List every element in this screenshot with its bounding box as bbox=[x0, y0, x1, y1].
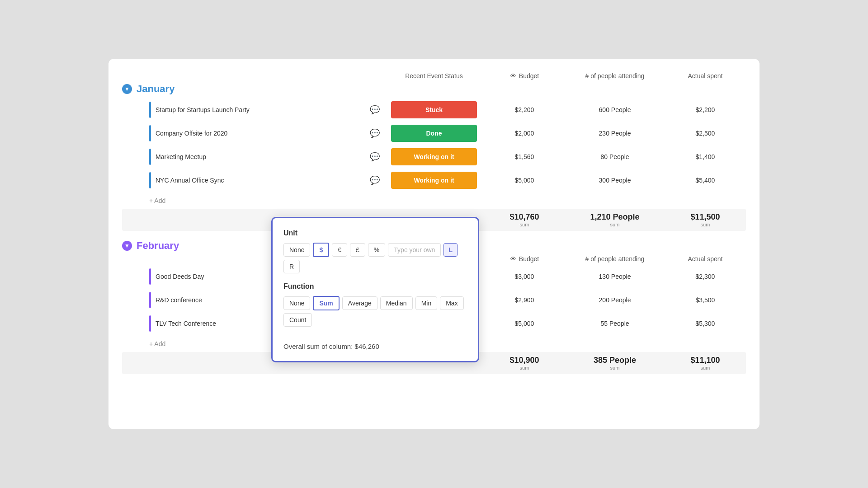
event-name-cell: Startup for Startups Launch Party 💬 bbox=[122, 102, 384, 118]
color-bar bbox=[149, 125, 151, 141]
unit-percent-btn[interactable]: % bbox=[368, 243, 385, 257]
status-badge: Stuck bbox=[391, 101, 477, 118]
people-cell: 130 People bbox=[565, 273, 665, 280]
event-name: Marketing Meetup bbox=[156, 153, 206, 160]
overall-sum-row: Overall sum of column: $46,260 bbox=[283, 336, 467, 350]
february-spent-summary: $11,100 sum bbox=[665, 356, 746, 371]
column-headers: Recent Event Status 👁 Budget # of people… bbox=[122, 72, 746, 80]
func-median-btn[interactable]: Median bbox=[380, 296, 413, 310]
january-title-row: ▼ January bbox=[122, 83, 746, 95]
col-header-status: Recent Event Status bbox=[384, 72, 484, 80]
january-chevron[interactable]: ▼ bbox=[122, 84, 132, 94]
event-name-cell: Marketing Meetup 💬 bbox=[122, 149, 384, 165]
people-cell: 300 People bbox=[565, 177, 665, 184]
january-spent-summary: $11,500 sum bbox=[665, 212, 746, 227]
function-options-row: None Sum Average Median Min Max Count bbox=[283, 296, 467, 327]
unit-euro-btn[interactable]: € bbox=[332, 243, 347, 257]
spent-cell: $5,300 bbox=[665, 320, 746, 327]
people-cell: 230 People bbox=[565, 130, 665, 137]
unit-options-row: None $ € £ % Type your own L R bbox=[283, 243, 467, 273]
budget-cell: $5,000 bbox=[484, 320, 565, 327]
people-cell: 80 People bbox=[565, 153, 665, 160]
spent-cell: $5,400 bbox=[665, 177, 746, 184]
function-title: Function bbox=[283, 282, 467, 291]
col-header-spent: Actual spent bbox=[665, 72, 746, 80]
event-name: R&D conference bbox=[156, 296, 202, 304]
table-row: NYC Annual Office Sync 💬 Working on it $… bbox=[122, 169, 746, 192]
overall-sum-value: $46,260 bbox=[355, 343, 379, 350]
people-cell: 55 People bbox=[565, 320, 665, 327]
budget-cell: $5,000 bbox=[484, 177, 565, 184]
unit-title: Unit bbox=[283, 229, 467, 237]
table-row: Marketing Meetup 💬 Working on it $1,560 … bbox=[122, 145, 746, 168]
func-sum-btn[interactable]: Sum bbox=[313, 296, 339, 310]
february-chevron[interactable]: ▼ bbox=[122, 241, 132, 251]
budget-cell: $2,200 bbox=[484, 106, 565, 113]
chat-icon: 💬 bbox=[370, 105, 380, 115]
func-average-btn[interactable]: Average bbox=[342, 296, 377, 310]
january-add-row[interactable]: + Add bbox=[122, 192, 746, 209]
budget-cell: $1,560 bbox=[484, 153, 565, 160]
event-name-cell: NYC Annual Office Sync 💬 bbox=[122, 172, 384, 188]
color-bar bbox=[149, 149, 151, 165]
spent-cell: $2,200 bbox=[665, 106, 746, 113]
january-people-summary: 1,210 People sum bbox=[565, 212, 665, 227]
status-cell: Working on it bbox=[384, 172, 484, 189]
unit-type-own-btn[interactable]: Type your own bbox=[388, 243, 441, 257]
color-bar bbox=[149, 292, 151, 308]
unit-none-btn[interactable]: None bbox=[283, 243, 310, 257]
january-budget-summary: $10,760 sum bbox=[484, 212, 565, 227]
chat-icon: 💬 bbox=[370, 152, 380, 162]
overall-sum-label: Overall sum of column: bbox=[283, 343, 353, 350]
spent-cell: $3,500 bbox=[665, 296, 746, 304]
position-left-btn[interactable]: L bbox=[443, 243, 458, 257]
event-name: TLV Tech Conference bbox=[156, 320, 216, 327]
february-people-summary: 385 People sum bbox=[565, 356, 665, 371]
spent-cell: $2,300 bbox=[665, 273, 746, 280]
event-name: Startup for Startups Launch Party bbox=[156, 106, 250, 113]
people-cell: 200 People bbox=[565, 296, 665, 304]
status-cell: Done bbox=[384, 125, 484, 142]
col-header-event bbox=[149, 72, 384, 80]
status-badge: Done bbox=[391, 125, 477, 142]
status-badge: Working on it bbox=[391, 148, 477, 165]
color-bar bbox=[149, 172, 151, 188]
feb-col-budget: 👁 Budget bbox=[484, 255, 565, 263]
func-none-btn[interactable]: None bbox=[283, 296, 310, 310]
table-row: Startup for Startups Launch Party 💬 Stuc… bbox=[122, 99, 746, 121]
unit-function-popup: Unit None $ € £ % Type your own L R Func… bbox=[271, 217, 479, 362]
spent-cell: $1,400 bbox=[665, 153, 746, 160]
color-bar bbox=[149, 102, 151, 118]
color-bar bbox=[149, 315, 151, 332]
func-min-btn[interactable]: Min bbox=[415, 296, 438, 310]
spent-cell: $2,500 bbox=[665, 130, 746, 137]
table-row: Company Offsite for 2020 💬 Done $2,000 2… bbox=[122, 122, 746, 145]
eye-icon: 👁 bbox=[510, 72, 516, 80]
budget-cell: $3,000 bbox=[484, 273, 565, 280]
func-max-btn[interactable]: Max bbox=[440, 296, 463, 310]
unit-dollar-btn[interactable]: $ bbox=[313, 243, 329, 257]
func-count-btn[interactable]: Count bbox=[283, 313, 312, 327]
event-name: Company Offsite for 2020 bbox=[156, 130, 227, 137]
col-header-people: # of people attending bbox=[565, 72, 665, 80]
january-rows: Startup for Startups Launch Party 💬 Stuc… bbox=[122, 99, 746, 192]
event-name: Good Deeds Day bbox=[156, 273, 204, 280]
section-january: ▼ January Startup for Startups Launch Pa… bbox=[122, 83, 746, 231]
chat-icon: 💬 bbox=[370, 128, 380, 138]
col-header-budget: 👁 Budget bbox=[484, 72, 565, 80]
position-right-btn[interactable]: R bbox=[283, 260, 300, 273]
main-container: Recent Event Status 👁 Budget # of people… bbox=[108, 59, 760, 429]
status-badge: Working on it bbox=[391, 172, 477, 189]
color-bar bbox=[149, 268, 151, 285]
event-name: NYC Annual Office Sync bbox=[156, 177, 224, 184]
status-cell: Stuck bbox=[384, 101, 484, 118]
budget-cell: $2,000 bbox=[484, 130, 565, 137]
february-title: February bbox=[137, 240, 179, 252]
budget-cell: $2,900 bbox=[484, 296, 565, 304]
chat-icon: 💬 bbox=[370, 175, 380, 185]
people-cell: 600 People bbox=[565, 106, 665, 113]
unit-pound-btn[interactable]: £ bbox=[350, 243, 365, 257]
status-cell: Working on it bbox=[384, 148, 484, 165]
event-name-cell: Company Offsite for 2020 💬 bbox=[122, 125, 384, 141]
february-budget-summary: $10,900 sum bbox=[484, 356, 565, 371]
